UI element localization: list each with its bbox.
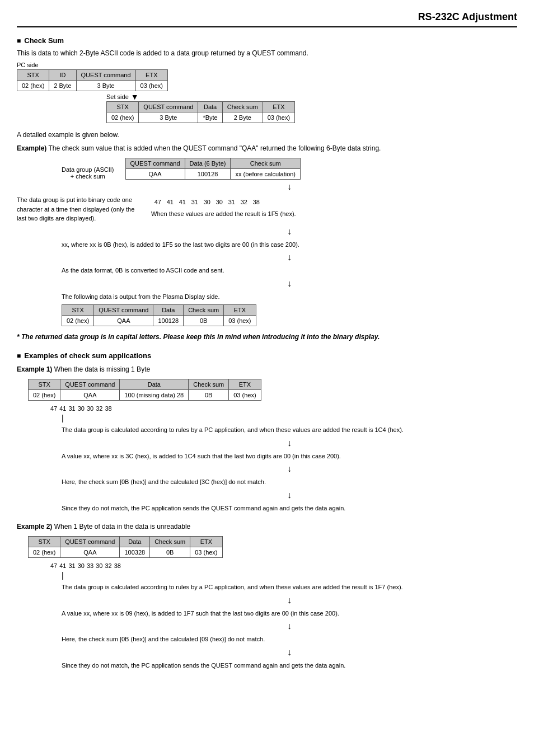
flow-right-note: When these values are added the result i…: [151, 209, 517, 219]
set-checksum-h: Check sum: [222, 102, 263, 112]
set-data-v: *Byte: [198, 112, 222, 123]
example-label: Example): [17, 144, 46, 152]
example2-desc: When 1 Byte of data in the data is unrea…: [54, 523, 191, 530]
pc-side-label: PC side: [17, 62, 517, 68]
flow-left-label: The data group is put into binary code o…: [17, 195, 140, 223]
page-title: RS-232C Adjustment: [17, 11, 517, 27]
flow-arrow-4: ↓: [62, 279, 517, 289]
example1-bar: |: [62, 414, 517, 422]
set-checksum-v: 2 Byte: [222, 112, 263, 123]
cs-checksum-v: xx (before calculation): [231, 169, 301, 180]
output-table-wrapper: STX QUEST command Data Check sum ETX 02 …: [62, 304, 517, 326]
cs-main-table: Data group (ASCII) + check sum QUEST com…: [62, 158, 312, 180]
example2-flow1: The data group is calculated according t…: [62, 583, 517, 592]
cs-quest-h: QUEST command: [125, 158, 185, 169]
set-stx-v: 02 (hex): [107, 112, 139, 123]
cs-checksum-h: Check sum: [231, 158, 301, 169]
flow-text-3: As the data format, 0B is converted to A…: [62, 266, 517, 275]
pc-table-stx: STX: [17, 70, 49, 81]
example1-arrow1: ↓: [62, 438, 517, 448]
flow-block-1: The data group is put into binary code o…: [17, 195, 517, 223]
set-quest-v: 3 Byte: [139, 112, 198, 123]
out-etx-h: ETX: [224, 305, 256, 316]
cs-quest-v: QAA: [125, 169, 185, 180]
check-sum-description: This is data to which 2-Byte ASCII code …: [17, 48, 517, 58]
example1-table: STX QUEST command Data Check sum ETX 02 …: [28, 379, 261, 401]
checksum-diagram: Data group (ASCII) + check sum QUEST com…: [62, 158, 517, 180]
example2-table: STX QUEST command Data Check sum ETX 02 …: [28, 536, 223, 558]
example1-desc: When the data is missing 1 Byte: [54, 365, 150, 373]
out-stx-v: 02 (hex): [62, 316, 94, 326]
pc-table-id-val: 2 Byte: [49, 81, 76, 91]
set-data-h: Data: [198, 102, 222, 112]
cs-col1-sublabel: + check sum: [62, 173, 114, 180]
pc-table-stx-val: 02 (hex): [17, 81, 49, 91]
pc-table-id: ID: [49, 70, 76, 81]
example1-flow2: A value xx, where xx is 3C (hex), is add…: [62, 452, 517, 461]
out-quest-h: QUEST command: [94, 305, 153, 316]
example1-label-desc: Example 1) When the data is missing 1 By…: [17, 364, 517, 374]
cs-data-h: Data (6 Byte): [185, 158, 231, 169]
set-etx-v: 03 (hex): [263, 112, 294, 123]
example1-flow1: The data group is calculated according t…: [62, 425, 517, 435]
pc-table-quest: QUEST command: [76, 70, 135, 81]
example2-num-row: 47 41 31 30 33 30 32 38: [50, 562, 517, 569]
detailed-note: A detailed example is given below.: [17, 130, 517, 140]
out-etx-v: 03 (hex): [224, 316, 256, 326]
set-quest-h: QUEST command: [139, 102, 198, 112]
cs-data-v: 100128: [185, 169, 231, 180]
example2-table-wrapper: STX QUEST command Data Check sum ETX 02 …: [28, 536, 517, 558]
out-stx-h: STX: [62, 305, 94, 316]
flow-text-2: xx, where xx is 0B (hex), is added to 1F…: [62, 240, 517, 250]
example1-flow3: Here, the check sum [0B (hex)] and the c…: [62, 477, 517, 487]
set-table: STX QUEST command Data Check sum ETX 02 …: [106, 101, 295, 123]
cs-inner-table: QUEST command Data (6 Byte) Check sum QA…: [125, 158, 301, 180]
out-quest-v: QAA: [94, 316, 153, 326]
pc-table-etx: ETX: [135, 70, 167, 81]
set-side-arrow: Set side ▼: [106, 92, 517, 101]
example1-num-row: 47 41 31 30 30 32 38: [50, 405, 517, 412]
pc-table-etx-val: 03 (hex): [135, 81, 167, 91]
example1-arrow2: ↓: [62, 464, 517, 474]
output-table: STX QUEST command Data Check sum ETX 02 …: [62, 304, 256, 326]
example-desc: Example) The check sum value that is add…: [17, 143, 517, 153]
num-row-1: 47 41 41 31 30 30 31 32 38: [151, 198, 517, 207]
out-data-h: Data: [153, 305, 184, 316]
example1-table-wrapper: STX QUEST command Data Check sum ETX 02 …: [28, 379, 517, 401]
pc-table-quest-val: 3 Byte: [76, 81, 135, 91]
flow-arrow-1: ↓: [62, 182, 517, 192]
example2-label: Example 2): [17, 523, 52, 530]
example2-arrow3: ↓: [62, 647, 517, 658]
example2-arrow2: ↓: [62, 621, 517, 631]
out-checksum-v: 0B: [184, 316, 224, 326]
flow-arrow-3: ↓: [62, 252, 517, 262]
set-etx-h: ETX: [263, 102, 294, 112]
cs-col1-label: Data group (ASCII): [62, 166, 114, 173]
note-italic: * The returned data group is in capital …: [17, 332, 517, 342]
out-data-v: 100128: [153, 316, 184, 326]
set-stx-h: STX: [107, 102, 139, 112]
example1-arrow3: ↓: [62, 490, 517, 500]
set-table-wrapper: STX QUEST command Data Check sum ETX 02 …: [106, 101, 517, 123]
example2-flow2: A value xx, where xx is 09 (hex), is add…: [62, 609, 517, 618]
flow-text-4: The following data is output from the Pl…: [62, 292, 517, 302]
example2-bar: |: [62, 571, 517, 579]
examples-header: Examples of check sum applications: [17, 351, 517, 360]
set-side-label: Set side: [106, 93, 129, 100]
pc-table: STX ID QUEST command ETX 02 (hex) 2 Byte…: [17, 69, 168, 91]
example1-label: Example 1): [17, 365, 52, 373]
example2-flow4: Since they do not match, the PC applicat…: [62, 661, 517, 670]
example2-flow3: Here, the check sum [0B (hex)] and the c…: [62, 635, 517, 644]
example2-arrow1: ↓: [62, 595, 517, 605]
example1-flow4: Since they do not match, the PC applicat…: [62, 504, 517, 513]
examples-section: Examples of check sum applications Examp…: [17, 351, 517, 670]
example2-label-desc: Example 2) When 1 Byte of data in the da…: [17, 522, 517, 532]
out-checksum-h: Check sum: [184, 305, 224, 316]
check-sum-header: Check Sum: [17, 36, 517, 45]
pc-set-diagram: PC side STX ID QUEST command ETX 02 (hex…: [17, 62, 517, 123]
flow-arrow-2: ↓: [62, 227, 517, 237]
example-text: The check sum value that is added when t…: [48, 144, 381, 152]
flow-right-content: 47 41 41 31 30 30 31 32 38 When these va…: [151, 195, 517, 223]
check-sum-section: Check Sum This is data to which 2-Byte A…: [17, 36, 517, 342]
